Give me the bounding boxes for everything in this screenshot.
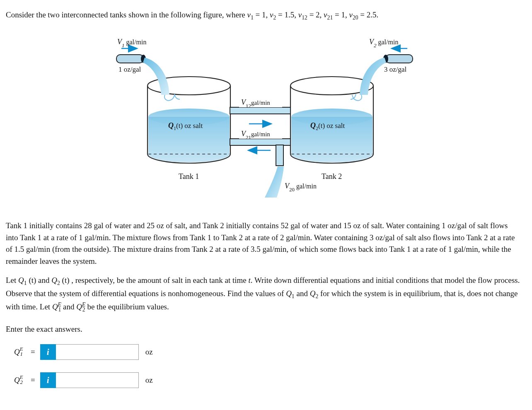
pipe-v12 xyxy=(230,107,290,114)
pipe-v21-v20 xyxy=(230,139,290,198)
let-q1-arg: (t) xyxy=(27,276,36,285)
let-qe2: Q xyxy=(76,302,82,311)
let-q1: Q xyxy=(18,276,24,285)
v20-symbol: v xyxy=(349,10,352,19)
let-q2: Q xyxy=(51,276,57,285)
v12-symbol: v xyxy=(298,10,302,19)
v1-eq: = 1, xyxy=(254,10,270,19)
tank1-label: Tank 1 xyxy=(179,172,199,181)
let-q2-sub: 2 xyxy=(57,280,60,286)
answer-input-q2[interactable] xyxy=(56,372,139,388)
let-and1: and xyxy=(38,276,51,285)
intro-text: Consider the two interconnected tanks sh… xyxy=(6,9,521,22)
let-q2-arg: (t) xyxy=(60,276,70,285)
v21-sub: 21 xyxy=(327,14,333,21)
v20-sub: 20 xyxy=(353,14,358,21)
unit-q2: oz xyxy=(145,374,153,386)
inlet-right xyxy=(351,55,413,101)
tank-1-graphic xyxy=(148,77,230,163)
let-prefix: Let xyxy=(6,276,18,285)
let-qv1-sub: 1 xyxy=(292,293,295,299)
v2-label: V2 gal/min xyxy=(369,38,398,48)
info-button-q2[interactable]: i xyxy=(40,372,56,388)
tanks-figure: V1 gal/min V2 gal/min 1 oz/gal 3 oz/gal … xyxy=(112,32,415,206)
let-and2: and xyxy=(296,289,310,298)
let-qv2: Q xyxy=(310,289,316,298)
q2e-symbol: QE2 xyxy=(6,374,26,386)
v12-eq: = 2, xyxy=(307,10,324,19)
enter-label: Enter the exact answers. xyxy=(6,323,521,335)
let-paragraph: Let Q1 (t) and Q2 (t) , respectively, be… xyxy=(6,275,521,314)
answer-row-q2: QE2 = i oz xyxy=(6,372,521,388)
conc2-label: 3 oz/gal xyxy=(384,65,407,73)
let-and3: and xyxy=(63,302,76,311)
let-qv2-sub: 2 xyxy=(315,293,318,299)
let-qe2-sub: 2 xyxy=(82,306,85,313)
conc1-label: 1 oz/gal xyxy=(118,65,141,73)
svg-rect-6 xyxy=(116,55,143,63)
v21-symbol: v xyxy=(324,10,327,19)
v2-eq: = 1.5, xyxy=(276,10,298,19)
unit-q1: oz xyxy=(145,346,153,358)
intro-prefix: Consider the two interconnected tanks sh… xyxy=(6,10,247,19)
svg-rect-8 xyxy=(386,55,413,63)
v20-eq: = 2.5. xyxy=(358,10,379,19)
let-qe1: Q xyxy=(52,302,58,311)
info-button-q1[interactable]: i xyxy=(40,344,56,360)
v12-sub: 12 xyxy=(302,14,307,21)
q1e-symbol: QE1 xyxy=(6,346,26,358)
answer-row-q1: QE1 = i oz xyxy=(6,344,521,360)
v1-sub: 1 xyxy=(251,14,254,21)
v1-label: V1 gal/min xyxy=(117,38,146,48)
tank2-label: Tank 2 xyxy=(322,172,342,181)
equals-1: = xyxy=(31,347,35,357)
v21-eq: = 1, xyxy=(333,10,349,19)
let-qv1: Q xyxy=(286,289,292,298)
svg-rect-10 xyxy=(230,107,290,114)
paragraph-text: Tank 1 initially contains 28 gal of wate… xyxy=(6,220,521,267)
let-qe1-sub: 1 xyxy=(58,306,61,313)
v20-label: V20 gal/min xyxy=(285,182,317,193)
answer-input-q1[interactable] xyxy=(56,344,139,360)
svg-rect-12 xyxy=(276,145,283,166)
svg-rect-11 xyxy=(230,139,290,145)
equals-2: = xyxy=(31,376,35,385)
let-q1-sub: 1 xyxy=(24,280,27,286)
v1-symbol: v xyxy=(247,10,251,19)
let-end: be the equilibrium values. xyxy=(87,302,169,311)
let-mid: , respectively, be the amount of salt in… xyxy=(71,276,248,285)
